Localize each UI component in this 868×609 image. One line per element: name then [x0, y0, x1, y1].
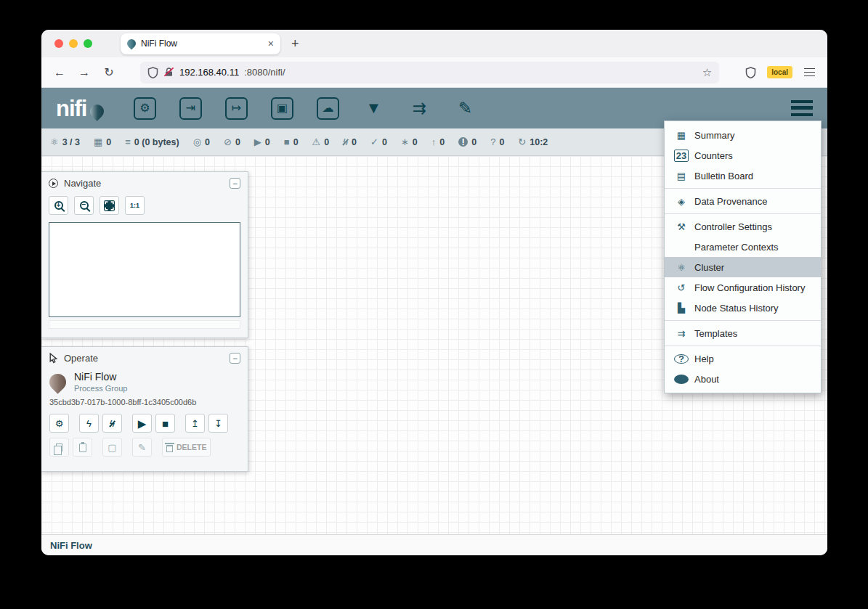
locally-modified-count: ∗0: [401, 137, 418, 147]
global-menu: ▦Summary23Counters▤Bulletin Board◈Data P…: [664, 120, 822, 393]
url-bar[interactable]: 192.168.40.11:8080/nifi/ ☆: [140, 62, 719, 83]
connected-nodes-count-value: 3 / 3: [62, 137, 80, 147]
stale-icon: ↑: [431, 137, 437, 147]
invalid-icon: ⚠: [312, 137, 321, 147]
upload-template-icon: ↥: [191, 419, 199, 428]
tab-nifi-flow[interactable]: NiFi Flow ×: [121, 33, 280, 54]
disable-button[interactable]: ϟ: [102, 414, 122, 433]
collapse-operate-button[interactable]: −: [230, 353, 240, 364]
menu-item-help[interactable]: ?Help: [665, 348, 821, 369]
new-tab-button[interactable]: +: [291, 36, 299, 52]
menu-item-templates[interactable]: ⇉Templates: [665, 323, 821, 343]
operate-selection: NiFi Flow Process Group: [49, 371, 240, 393]
menu-item-label: Flow Configuration History: [694, 282, 805, 293]
nifi-logo: nifi: [56, 97, 104, 120]
browser-menu-icon: [804, 68, 815, 76]
operate-button-row-2: ▢✎DELETE: [49, 438, 240, 457]
menu-item-label: About: [694, 374, 719, 385]
fit-icon: [104, 200, 115, 211]
forward-button[interactable]: →: [73, 62, 95, 83]
close-tab-icon[interactable]: ×: [268, 38, 274, 49]
menu-item-parameter-contexts[interactable]: Parameter Contexts: [665, 237, 821, 257]
menu-item-data-provenance[interactable]: ◈Data Provenance: [665, 191, 821, 211]
zoom-fit-button[interactable]: [100, 196, 119, 215]
active-thread-count-value: 0: [106, 137, 111, 147]
queued-count-value: 0 (0 bytes): [134, 137, 179, 147]
group-button: ▢: [102, 438, 122, 457]
disable-icon: ϟ: [110, 419, 115, 428]
disabled-count: ϟ0: [343, 137, 357, 147]
profile-badge[interactable]: local: [767, 66, 792, 78]
label-component[interactable]: ✎: [452, 100, 479, 117]
menu-item-about[interactable]: iAbout: [665, 369, 821, 389]
insecure-lock-icon[interactable]: [163, 67, 174, 78]
birdseye-strip: [49, 320, 240, 329]
invalid-count-value: 0: [324, 137, 329, 147]
zoom-out-button[interactable]: [74, 196, 94, 215]
input-port-component[interactable]: ⇥: [177, 97, 205, 120]
enable-icon: ϟ: [86, 419, 92, 428]
processor-component[interactable]: ⚙: [131, 97, 159, 120]
menu-item-controller-settings[interactable]: ⚒Controller Settings: [665, 216, 821, 237]
reload-button[interactable]: ↻: [98, 62, 120, 83]
configuration-button[interactable]: ⚙: [49, 414, 69, 433]
remote-process-group-component[interactable]: ☁: [315, 97, 342, 120]
menu-item-bulletin-board[interactable]: ▤Bulletin Board: [665, 165, 821, 186]
start-button[interactable]: ▶: [132, 414, 152, 433]
zoom-in-button[interactable]: [49, 196, 68, 215]
birdseye-view[interactable]: [49, 222, 240, 317]
navigate-icon: [49, 179, 58, 188]
upload-template-button[interactable]: ↥: [185, 414, 205, 433]
menu-item-summary[interactable]: ▦Summary: [665, 125, 821, 145]
protections-shield-icon[interactable]: [739, 62, 761, 83]
zoom-actual-button[interactable]: 1:1: [125, 196, 145, 215]
back-button[interactable]: ←: [49, 62, 70, 83]
paste-icon: [79, 444, 86, 452]
transmitting-count: ◎0: [193, 137, 210, 147]
breadcrumb[interactable]: NiFi Flow: [50, 540, 92, 551]
output-port-component[interactable]: ↦: [223, 97, 251, 120]
window-minimize-button[interactable]: [69, 39, 78, 48]
url-host-text: 192.168.40.11: [179, 67, 239, 78]
counters-icon: 23: [674, 150, 689, 162]
menu-item-flow-configuration-history[interactable]: ↺Flow Configuration History: [665, 277, 821, 298]
help-icon: ?: [674, 354, 689, 364]
wrench-icon: ⚒: [674, 221, 689, 232]
window-zoom-button[interactable]: [84, 39, 92, 48]
global-menu-button[interactable]: [791, 100, 813, 116]
browser-window: NiFi Flow × + ← → ↻ 192.168.40.11:8080/n…: [41, 30, 827, 555]
operate-panel: Operate − NiFi Flow Process Group 35cbd3…: [41, 346, 248, 472]
menu-item-node-status-history[interactable]: ▙Node Status History: [665, 298, 821, 318]
navigate-header: Navigate −: [41, 172, 248, 195]
window-close-button[interactable]: [54, 39, 63, 48]
menu-item-counters[interactable]: 23Counters: [665, 145, 821, 165]
nifi-logo-text: nifi: [56, 97, 87, 120]
funnel-component[interactable]: ▼: [360, 100, 388, 116]
stale-count-value: 0: [439, 137, 445, 147]
collapse-navigate-button[interactable]: −: [230, 178, 240, 189]
stopped-icon: ■: [284, 137, 290, 147]
sync-failure-count-value: 0: [499, 137, 504, 147]
running-icon: ▶: [254, 137, 261, 147]
create-template-button[interactable]: ↧: [208, 414, 228, 433]
process-group-component[interactable]: ▣: [269, 97, 296, 120]
selection-type: Process Group: [74, 384, 127, 393]
template-component[interactable]: ⇉: [406, 100, 434, 117]
about-icon: i: [674, 375, 689, 384]
tracking-protection-shield-icon[interactable]: [147, 67, 158, 78]
disabled-icon: ϟ: [343, 137, 348, 147]
running-count: ▶0: [254, 137, 270, 147]
menu-item-label: Help: [694, 353, 714, 364]
bookmark-star-icon[interactable]: ☆: [702, 66, 712, 79]
nifi-favicon-icon: [126, 38, 138, 50]
process-group-drop-icon: [46, 370, 70, 394]
menu-item-cluster[interactable]: ⚛Cluster: [665, 257, 821, 277]
stop-button[interactable]: ■: [155, 414, 175, 433]
brush-icon: ✎: [138, 443, 146, 452]
process-group-icon: ▣: [271, 97, 293, 120]
browser-menu-button[interactable]: [798, 62, 820, 83]
queued-icon: ≡: [125, 137, 131, 147]
enable-button[interactable]: ϟ: [79, 414, 99, 433]
menu-divider: [665, 346, 821, 346]
navigate-title: Navigate: [64, 178, 101, 189]
